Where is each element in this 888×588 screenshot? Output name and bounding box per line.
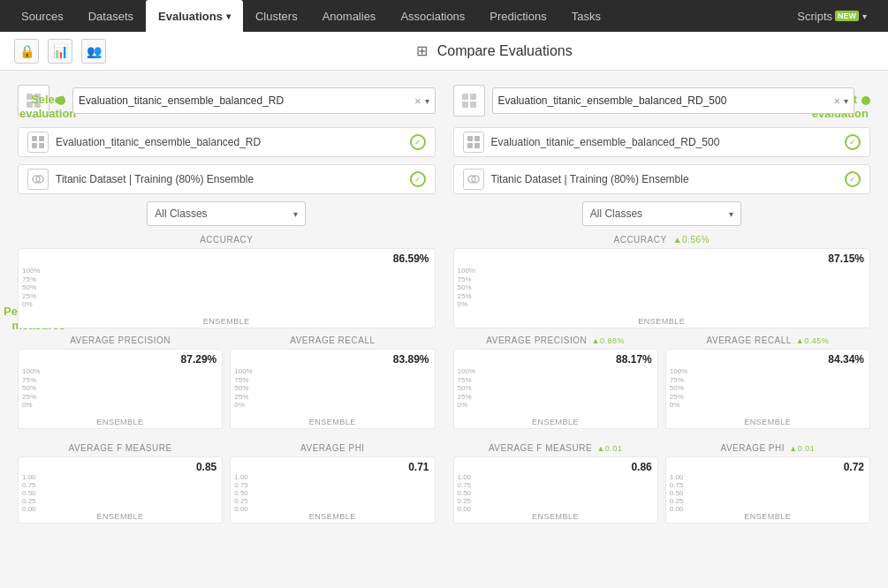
dataset-info-row-right: Titanic Dataset | Training (80%) Ensembl… (453, 164, 871, 194)
classes-dropdown-right[interactable]: All Classes ▾ (582, 201, 741, 226)
accuracy-y-labels-left: 100% 75% 50% 25% 0% (22, 267, 40, 308)
avg-f-title-left: AVERAGE F MEASURE (18, 443, 223, 453)
eval-info-circle-right: ✓ (845, 134, 861, 150)
avg-phi-value-left: 0.71 (236, 461, 429, 473)
eval-select-arrow-left[interactable]: ▾ (425, 96, 429, 106)
nav-tasks[interactable]: Tasks (559, 0, 613, 32)
avg-precision-chart-right: 88.17% 100% 75% 50% 25% 0% (453, 349, 658, 429)
nav-associations[interactable]: Associations (388, 0, 477, 32)
eval-icon-right (453, 85, 485, 117)
eval-select-right[interactable]: Evaluation_titanic_ensemble_balanced_RD_… (492, 87, 855, 114)
eval-info-row-left: Evaluation_titanic_ensemble_balanced_RD … (18, 127, 436, 157)
app-wrapper: Sources Datasets Evaluations ▾ Clusters … (0, 0, 888, 588)
accuracy-delta-right: ▲0.56% (673, 235, 710, 245)
annotation-select-eval-left: Selectevaluation (19, 93, 76, 120)
avg-phi-section-right: AVERAGE PHI ▲0.01 0.72 1.00 0.75 0.50 0.… (665, 443, 870, 524)
eval-select-left[interactable]: Evaluation_titanic_ensemble_balanced_RD … (72, 87, 436, 114)
share-icon[interactable]: 👥 (81, 39, 106, 64)
avg-recall-title-right: AVERAGE RECALL ▲0.45% (665, 335, 870, 345)
avg-f-section-right: AVERAGE F MEASURE ▲0.01 0.86 1.00 0.75 0… (453, 443, 658, 524)
avg-f-y-right: 1.00 0.75 0.50 0.25 0.00 (458, 473, 472, 507)
classes-arrow-right: ▾ (729, 209, 733, 219)
avg-phi-value-right: 0.72 (672, 461, 864, 473)
avg-recall-chart-right: 84.34% 100% 75% 50% 25% 0% (665, 349, 870, 429)
dataset-info-text-left: Titanic Dataset | Training (80%) Ensembl… (56, 173, 403, 185)
avg-phi-ensemble-right: ENSEMBLE (672, 512, 864, 521)
dataset-icon-right (463, 169, 484, 190)
eval-select-clear-left[interactable]: × (414, 94, 421, 108)
accuracy-y-labels-right: 100% 75% 50% 25% 0% (458, 267, 475, 308)
avg-phi-title-right: AVERAGE PHI ▲0.01 (665, 443, 870, 453)
svg-rect-4 (32, 136, 37, 141)
classes-arrow-left: ▾ (293, 209, 298, 219)
nav-sources[interactable]: Sources (9, 0, 76, 32)
compare-col-right: Evaluation_titanic_ensemble_balanced_RD_… (453, 85, 871, 531)
eval-select-text-right: Evaluation_titanic_ensemble_balanced_RD_… (498, 94, 834, 107)
avg-f-y-left: 1.00 0.75 0.50 0.25 0.00 (22, 473, 36, 507)
classes-text-right: All Classes (590, 207, 729, 220)
chart-icon[interactable]: 📊 (48, 39, 72, 64)
nav-evaluations[interactable]: Evaluations ▾ (146, 0, 243, 32)
toolbar: 🔒 📊 👥 ⊞ Compare Evaluations (0, 32, 888, 71)
avg-precision-section-right: AVERAGE PRECISION ▲0.88% 88.17% 100% 75%… (453, 335, 658, 429)
avg-precision-y-right: 100% 75% 50% 25% 0% (458, 367, 475, 409)
eval-select-clear-right[interactable]: × (833, 94, 840, 108)
lock-icon[interactable]: 🔒 (14, 39, 39, 64)
avg-f-value-right: 0.86 (459, 461, 652, 473)
compare-col-left: Evaluation_titanic_ensemble_balanced_RD … (18, 85, 436, 531)
avg-precision-y-left: 100% 75% 50% 25% 0% (22, 367, 40, 409)
nav-predictions[interactable]: Predictions (477, 0, 558, 32)
page-title: ⊞ Compare Evaluations (115, 42, 874, 59)
avg-recall-y-right: 100% 75% 50% 25% 0% (670, 367, 687, 409)
avg-phi-y-left: 1.00 0.75 0.50 0.25 0.00 (234, 473, 248, 507)
svg-rect-16 (467, 143, 473, 148)
svg-rect-10 (462, 94, 468, 100)
dataset-info-text-right: Titanic Dataset | Training (80%) Ensembl… (491, 173, 839, 185)
avg-precision-ensemble-left: ENSEMBLE (24, 418, 216, 426)
avg-recall-chart-left: 83.89% 100% 75% 50% 25% 0% (230, 349, 435, 429)
nav-datasets[interactable]: Datasets (76, 0, 146, 32)
avg-f-value-left: 0.85 (24, 461, 216, 473)
avg-recall-ensemble-left: ENSEMBLE (236, 418, 429, 426)
avg-precision-value-left: 87.29% (24, 353, 216, 366)
accuracy-chart-left: 86.59% 100% 75% 50% 25% 0% (18, 248, 436, 328)
svg-rect-12 (462, 102, 468, 108)
classes-row-left: All Classes ▾ (18, 201, 436, 226)
avg-phi-delta-right: ▲0.01 (789, 444, 815, 453)
avg-metrics-row1-right: AVERAGE PRECISION ▲0.88% 88.17% 100% 75%… (453, 335, 871, 436)
avg-f-delta-right: ▲0.01 (596, 444, 622, 453)
nav-scripts[interactable]: Scripts NEW ▾ (785, 0, 879, 32)
avg-precision-value-right: 88.17% (459, 353, 652, 366)
eval-selector-left: Evaluation_titanic_ensemble_balanced_RD … (18, 85, 436, 117)
svg-rect-17 (474, 143, 480, 148)
nav-clusters[interactable]: Clusters (243, 0, 310, 32)
avg-metrics-row2-left: AVERAGE F MEASURE 0.85 1.00 0.75 0.50 0.… (18, 443, 436, 531)
nav-anomalies[interactable]: Anomalies (310, 0, 389, 32)
accuracy-ensemble-label-right: ENSEMBLE (459, 317, 865, 326)
avg-f-ensemble-left: ENSEMBLE (24, 512, 216, 521)
accuracy-title-right: ACCURACY ▲0.56% (453, 235, 871, 245)
eval-info-icon-left (27, 132, 49, 153)
main-content: Selectevaluation Selectevaluation Perfor… (0, 71, 888, 588)
avg-phi-chart-left: 0.71 1.00 0.75 0.50 0.25 0.00 (230, 456, 435, 524)
eval-info-row-right: Evaluation_titanic_ensemble_balanced_RD_… (453, 127, 871, 157)
avg-recall-y-left: 100% 75% 50% 25% 0% (234, 367, 252, 409)
dataset-circle-right: ✓ (845, 171, 861, 187)
new-badge: NEW (835, 11, 859, 21)
avg-f-chart-left: 0.85 1.00 0.75 0.50 0.25 0.00 (18, 456, 223, 524)
svg-rect-6 (32, 143, 37, 148)
classes-dropdown-left[interactable]: All Classes ▾ (147, 201, 306, 226)
svg-rect-15 (474, 136, 480, 141)
dataset-icon-left (27, 169, 49, 190)
eval-select-arrow-right[interactable]: ▾ (844, 96, 848, 106)
eval-selector-right: Evaluation_titanic_ensemble_balanced_RD_… (453, 85, 871, 117)
svg-rect-7 (39, 143, 44, 148)
avg-recall-ensemble-right: ENSEMBLE (672, 418, 864, 426)
avg-recall-delta-right: ▲0.45% (796, 336, 829, 345)
svg-rect-13 (470, 102, 476, 108)
scripts-arrow: ▾ (862, 11, 867, 21)
avg-metrics-row2-right: AVERAGE F MEASURE ▲0.01 0.86 1.00 0.75 0… (453, 443, 871, 531)
accuracy-value-left: 86.59% (24, 253, 429, 265)
dataset-circle-left: ✓ (410, 171, 426, 187)
dataset-info-row-left: Titanic Dataset | Training (80%) Ensembl… (18, 164, 436, 194)
